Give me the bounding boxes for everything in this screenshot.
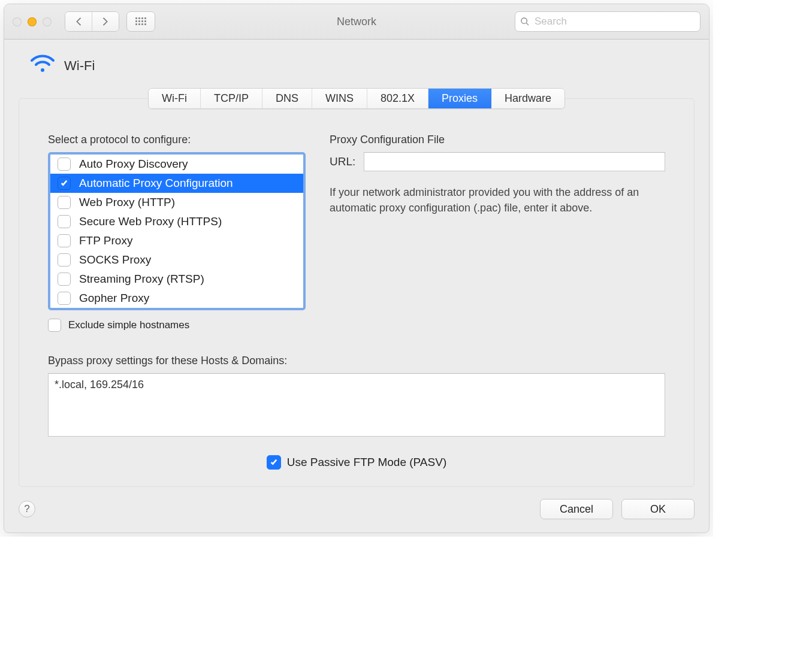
url-label: URL:	[330, 155, 355, 168]
chevron-left-icon	[74, 17, 83, 26]
protocol-checkbox[interactable]	[58, 234, 71, 247]
passive-ftp-row[interactable]: Use Passive FTP Mode (PASV)	[48, 455, 665, 470]
search-field-wrap[interactable]	[515, 11, 701, 32]
tab-802-1x[interactable]: 802.1X	[367, 89, 428, 108]
protocol-label: Auto Proxy Discovery	[79, 158, 188, 171]
protocol-label: Streaming Proxy (RTSP)	[79, 273, 204, 286]
protocol-label: SOCKS Proxy	[79, 253, 151, 267]
protocol-label: Automatic Proxy Configuration	[79, 177, 233, 190]
exclude-simple-row[interactable]: Exclude simple hostnames	[48, 319, 306, 332]
protocol-row[interactable]: Gopher Proxy	[50, 289, 303, 308]
tab-hardware[interactable]: Hardware	[491, 89, 564, 108]
show-all-button[interactable]	[126, 11, 155, 32]
window-toolbar: Network	[4, 4, 709, 40]
protocol-row[interactable]: FTP Proxy	[50, 231, 303, 250]
protocol-checkbox[interactable]	[58, 177, 71, 190]
protocol-checkbox[interactable]	[58, 158, 71, 171]
protocol-list[interactable]: Auto Proxy DiscoveryAutomatic Proxy Conf…	[48, 152, 306, 310]
protocol-checkbox[interactable]	[58, 273, 71, 286]
pac-description: If your network administrator provided y…	[330, 184, 665, 216]
window-body: Wi-Fi Wi-FiTCP/IPDNSWINS802.1XProxiesHar…	[4, 40, 709, 532]
protocol-label: Secure Web Proxy (HTTPS)	[79, 215, 222, 228]
close-window-button[interactable]	[13, 17, 22, 26]
network-preferences-window: Network Wi-Fi Wi-FiTCP/IPDNSWINS802.1XPr…	[4, 4, 710, 533]
protocol-label: FTP Proxy	[79, 234, 132, 247]
exclude-simple-checkbox[interactable]	[48, 319, 61, 332]
forward-button[interactable]	[92, 12, 119, 31]
bypass-hosts-input[interactable]	[48, 373, 665, 437]
search-input[interactable]	[533, 15, 695, 28]
chevron-right-icon	[101, 17, 110, 26]
tab-dns[interactable]: DNS	[262, 89, 312, 108]
ok-button[interactable]: OK	[621, 499, 695, 519]
settings-tabs: Wi-FiTCP/IPDNSWINS802.1XProxiesHardware	[148, 88, 565, 109]
protocol-row[interactable]: Secure Web Proxy (HTTPS)	[50, 212, 303, 231]
proxies-panel: Select a protocol to configure: Auto Pro…	[19, 98, 695, 487]
protocol-row[interactable]: Streaming Proxy (RTSP)	[50, 270, 303, 289]
protocol-checkbox[interactable]	[58, 196, 71, 209]
cancel-button[interactable]: Cancel	[540, 499, 613, 519]
bypass-label: Bypass proxy settings for these Hosts & …	[48, 355, 665, 367]
tab-tcp-ip[interactable]: TCP/IP	[201, 89, 262, 108]
passive-ftp-label: Use Passive FTP Mode (PASV)	[287, 456, 446, 469]
protocol-row[interactable]: Auto Proxy Discovery	[50, 155, 303, 174]
protocol-checkbox[interactable]	[58, 292, 71, 305]
protocol-label: Web Proxy (HTTP)	[79, 196, 175, 209]
passive-ftp-checkbox[interactable]	[267, 455, 281, 470]
select-protocol-label: Select a protocol to configure:	[48, 134, 306, 146]
interface-name: Wi-Fi	[64, 58, 95, 74]
protocol-checkbox[interactable]	[58, 253, 71, 267]
dialog-footer: ? Cancel OK	[19, 499, 695, 519]
nav-buttons	[65, 11, 119, 32]
wifi-icon	[29, 54, 56, 77]
search-icon	[520, 17, 530, 26]
exclude-simple-label: Exclude simple hostnames	[68, 319, 189, 331]
protocol-row[interactable]: Web Proxy (HTTP)	[50, 193, 303, 212]
grid-icon	[135, 17, 146, 26]
pac-url-input[interactable]	[364, 152, 665, 171]
protocol-row[interactable]: Automatic Proxy Configuration	[50, 174, 303, 193]
window-title: Network	[337, 16, 376, 28]
protocol-row[interactable]: SOCKS Proxy	[50, 250, 303, 270]
back-button[interactable]	[65, 12, 92, 31]
window-controls	[13, 17, 52, 26]
tab-proxies[interactable]: Proxies	[428, 89, 491, 108]
protocol-label: Gopher Proxy	[79, 292, 149, 305]
tab-wi-fi[interactable]: Wi-Fi	[149, 89, 201, 108]
zoom-window-button[interactable]	[43, 17, 52, 26]
proxy-config-file-heading: Proxy Configuration File	[330, 134, 665, 146]
interface-header: Wi-Fi	[29, 54, 695, 77]
minimize-window-button[interactable]	[28, 17, 37, 26]
tab-wins[interactable]: WINS	[312, 89, 367, 108]
protocol-checkbox[interactable]	[58, 215, 71, 228]
help-button[interactable]: ?	[19, 501, 35, 517]
